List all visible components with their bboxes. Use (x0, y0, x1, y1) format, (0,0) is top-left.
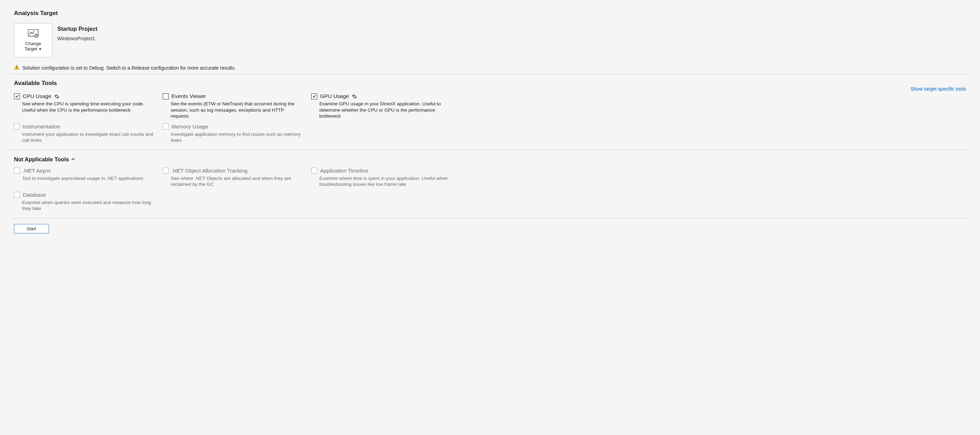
svg-rect-5 (16, 68, 17, 69)
configuration-warning-text: Solution configuration is set to Debug. … (22, 65, 236, 71)
divider (10, 218, 970, 218)
start-button-label: Start (27, 226, 36, 231)
net-async-desc: Tool to investigate async/await usage in… (22, 175, 154, 182)
memory-usage-checkbox[interactable] (162, 124, 169, 129)
memory-usage-label: Memory Usage (171, 124, 208, 130)
gear-icon[interactable] (352, 94, 357, 99)
cpu-usage-desc: See where the CPU is spending time execu… (22, 101, 154, 113)
chevron-down-icon: ▼ (38, 47, 42, 51)
cpu-usage-checkbox[interactable] (14, 94, 20, 99)
not-applicable-tools-heading: Not Applicable Tools (14, 156, 69, 163)
tool-memory-usage: Memory Usage Investigate application mem… (162, 124, 311, 143)
application-timeline-desc: Examine where time is spent in your appl… (319, 175, 452, 188)
change-target-button[interactable]: Change Target ▼ (14, 23, 52, 57)
change-target-icon (28, 29, 38, 39)
tool-database: Database Examine when queries were execu… (14, 192, 162, 212)
tool-net-async: .NET Async Tool to investigate async/awa… (14, 167, 162, 188)
startup-project-label: Startup Project (57, 26, 97, 32)
net-async-checkbox (14, 167, 20, 174)
net-object-allocation-desc: See where .NET Objects are allocated and… (171, 175, 303, 188)
start-button[interactable]: Start (14, 224, 49, 233)
warning-icon (14, 64, 19, 71)
startup-project-name: WindowsProject1 (57, 36, 97, 41)
gpu-usage-checkbox[interactable] (311, 94, 317, 99)
database-label: Database (23, 192, 46, 198)
chevron-up-icon (71, 156, 75, 163)
tool-gpu-usage: GPU Usage Examine GPU usage in your Dire… (311, 93, 460, 120)
divider (10, 74, 970, 74)
tool-events-viewer: Events Viewer See the events (ETW or Net… (162, 93, 311, 120)
analysis-target-heading: Analysis Target (14, 10, 970, 17)
change-target-label-2: Target (24, 46, 37, 51)
tool-instrumentation: Instrumentation Instrument your applicat… (14, 124, 162, 143)
cpu-usage-label: CPU Usage (23, 93, 51, 99)
net-async-label: .NET Async (23, 167, 51, 174)
available-tools-heading: Available Tools (14, 80, 57, 87)
tool-net-object-allocation: .NET Object Allocation Tracking See wher… (162, 167, 311, 188)
application-timeline-checkbox (311, 167, 317, 174)
events-viewer-desc: See the events (ETW or NetTrace) that oc… (171, 101, 303, 120)
not-applicable-tools-toggle[interactable]: Not Applicable Tools (14, 156, 970, 163)
instrumentation-checkbox[interactable] (14, 124, 20, 129)
database-desc: Examine when queries were executed and m… (22, 199, 154, 212)
events-viewer-checkbox[interactable] (162, 94, 169, 99)
gear-icon[interactable] (54, 94, 59, 99)
database-checkbox (14, 192, 20, 198)
show-target-specific-tools-link[interactable]: Show target specific tools (910, 86, 966, 92)
gpu-usage-label: GPU Usage (320, 93, 349, 99)
net-object-allocation-label: .NET Object Allocation Tracking (171, 167, 248, 174)
gpu-usage-desc: Examine GPU usage in your DirectX applic… (319, 101, 452, 120)
events-viewer-label: Events Viewer (171, 93, 206, 99)
tool-cpu-usage: CPU Usage See where the CPU is spending … (14, 93, 162, 120)
svg-rect-4 (16, 66, 17, 68)
change-target-label-1: Change (25, 41, 41, 46)
instrumentation-desc: Instrument your application to investiga… (22, 131, 154, 143)
instrumentation-label: Instrumentation (23, 124, 60, 130)
application-timeline-label: Application Timeline (320, 167, 368, 174)
tool-application-timeline: Application Timeline Examine where time … (311, 167, 460, 188)
memory-usage-desc: Investigate application memory to find i… (171, 131, 303, 143)
net-object-allocation-checkbox (162, 167, 169, 174)
